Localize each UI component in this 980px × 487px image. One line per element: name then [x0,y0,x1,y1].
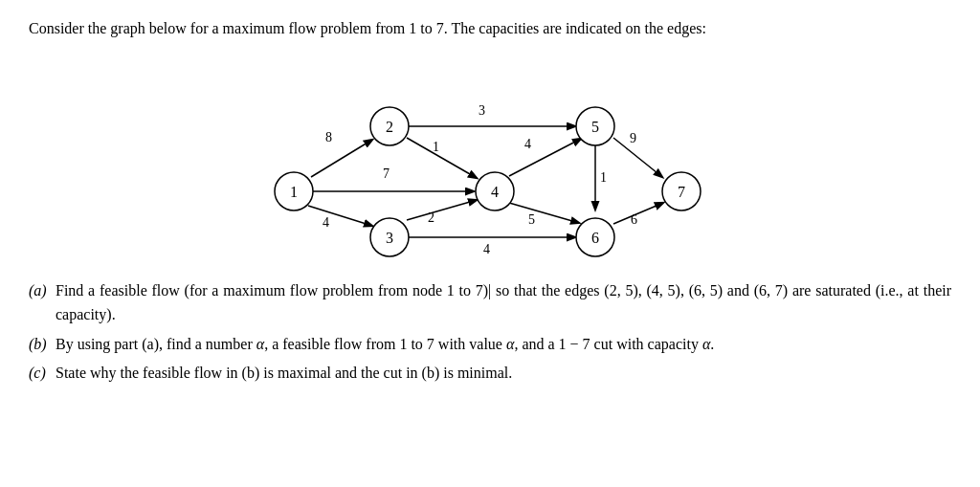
node-label-7: 7 [678,184,685,200]
edge-1-2 [311,140,372,177]
edge-label-4-6: 5 [528,212,535,227]
q-text-c: State why the feasible flow in (b) is ma… [56,362,951,386]
intro-text: Consider the graph below for a maximum f… [29,17,951,40]
edge-label-3-6: 4 [483,242,490,256]
edge-5-7 [613,138,662,177]
edge-label-5-7: 9 [630,131,636,145]
question-b: (b) By using part (a), find a number α, … [29,333,951,357]
edge-6-7 [613,203,663,224]
edge-3-4 [407,200,477,220]
q-text-b: By using part (a), find a number α, a fe… [56,333,951,357]
question-c: (c) State why the feasible flow in (b) i… [29,362,951,386]
node-label-1: 1 [290,184,298,200]
node-label-4: 4 [491,184,499,200]
edge-4-5 [509,139,581,176]
edge-label-4-5: 4 [524,137,531,151]
edge-label-1-2: 8 [325,130,332,144]
edge-label-3-4: 2 [428,210,434,225]
edge-label-5-6: 1 [600,170,607,185]
questions-section: (a) Find a feasible flow (for a maximum … [29,279,951,386]
q-label-b: (b) [29,333,50,357]
graph-container: 8 7 4 1 3 2 4 4 5 1 9 6 1 2 3 4 5 6 7 [241,50,739,270]
edge-label-6-7: 6 [631,212,637,227]
edge-1-3 [308,206,372,226]
node-label-3: 3 [386,230,393,246]
q-text-a: Find a feasible flow (for a maximum flow… [56,279,951,327]
question-a: (a) Find a feasible flow (for a maximum … [29,279,951,327]
node-label-2: 2 [386,119,393,135]
node-label-6: 6 [591,230,599,246]
edge-label-1-3: 4 [323,215,329,230]
q-label-c: (c) [29,362,50,386]
q-label-a: (a) [29,279,50,327]
edge-label-2-4: 1 [433,140,439,154]
edge-4-6 [509,203,579,223]
graph-svg: 8 7 4 1 3 2 4 4 5 1 9 6 1 2 3 4 5 6 7 [241,50,739,270]
edge-2-4 [407,138,477,178]
edge-label-1-4: 7 [383,166,390,181]
node-label-5: 5 [591,119,599,135]
edge-label-2-5: 3 [479,103,485,118]
